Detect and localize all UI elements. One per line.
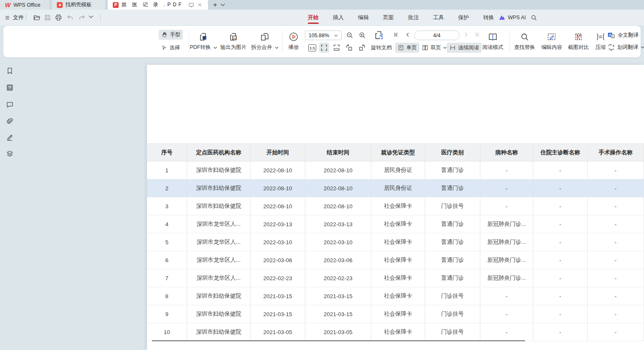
table-header-cell: 序号	[147, 143, 187, 161]
table-cell: -	[533, 269, 588, 287]
table-cell: 门诊挂号	[425, 305, 480, 323]
table-cell: 深圳市龙华区人...	[187, 233, 251, 251]
fit-page-button[interactable]	[332, 43, 342, 53]
divider	[510, 31, 510, 52]
redo-icon[interactable]	[78, 14, 86, 21]
table-cell: 居民身份证	[371, 179, 425, 197]
word-translate-button[interactable]: A文 划词翻译	[607, 43, 644, 51]
rotate-right-button[interactable]	[357, 43, 367, 53]
table-cell: 深圳市妇幼保健院	[187, 287, 251, 305]
single-page-icon	[398, 44, 404, 51]
fit-width-button[interactable]	[319, 43, 329, 53]
menu-edit[interactable]: 编辑	[357, 10, 370, 26]
screenshot-compare-button[interactable]: 截图对比	[565, 28, 591, 54]
full-translate-button[interactable]: A文 全文翻译	[607, 32, 639, 39]
divider	[26, 14, 26, 21]
tab-label: WPS Office	[13, 2, 40, 8]
find-replace-button[interactable]: 查找替换	[511, 28, 538, 54]
table-cell: 普通门诊	[425, 269, 480, 287]
rotate-doc-label[interactable]: 旋转文档	[371, 44, 392, 51]
tab-docer-templates[interactable]: 找稻壳模板	[52, 0, 105, 10]
menu-bar: 文件 开始 插入 编辑 页面 批注 工具 保护 转换	[0, 10, 644, 26]
thumbnails-panel-icon[interactable]	[6, 84, 14, 92]
bookmarks-panel-icon[interactable]	[6, 67, 14, 75]
tab-wps-office[interactable]: W WPS Office	[0, 0, 49, 10]
table-cell: -	[480, 305, 533, 323]
file-menu-button[interactable]: 文件	[4, 10, 24, 26]
hand-tool-label: 手型	[170, 31, 180, 38]
new-tab-group: +	[210, 0, 225, 10]
monitor-icon[interactable]	[188, 2, 194, 8]
page-indicator-input[interactable]: 4/4	[414, 31, 459, 40]
print-icon[interactable]	[55, 14, 62, 21]
continuous-read-icon	[449, 44, 456, 51]
double-page-button[interactable]: 双页	[419, 43, 449, 53]
menu-search-icon[interactable]	[530, 10, 538, 26]
zoom-value: 105.88%	[309, 33, 329, 38]
attachments-panel-icon[interactable]	[6, 117, 14, 125]
table-cell: -	[480, 323, 533, 341]
pdf-convert-button[interactable]: W PDF转换	[190, 28, 217, 54]
tab-label: 就 医 记 录 .PDF	[122, 1, 185, 8]
menu-home[interactable]: 开始	[307, 10, 319, 26]
compress-icon	[595, 32, 606, 42]
new-tab-button[interactable]: +	[213, 1, 217, 8]
hand-tool-button[interactable]: 手型	[159, 30, 183, 40]
table-cell: 2021-03-15	[305, 305, 371, 323]
screenshot-compare-icon	[573, 32, 583, 42]
quickbar-chevron-icon[interactable]	[89, 15, 96, 23]
table-cell: 2022-03-06	[251, 251, 305, 269]
rotate-pages-icon[interactable]	[373, 30, 385, 41]
close-tab-icon[interactable]	[197, 2, 203, 8]
tab-list-chevron-icon[interactable]	[221, 3, 225, 6]
table-cell: 社会保障卡	[371, 215, 425, 233]
pdf-page[interactable]: 序号定点医药机构名称开始时间结束时间就诊凭证类型医疗类别病种名称住院主诊断名称手…	[147, 65, 644, 350]
tab-document-active[interactable]: P 就 医 记 录 .PDF	[108, 0, 208, 10]
menu-insert[interactable]: 插入	[332, 10, 345, 26]
select-tool-button[interactable]: 选择	[159, 43, 183, 53]
undo-icon[interactable]	[66, 14, 74, 21]
first-page-icon[interactable]	[393, 31, 399, 38]
actual-size-button[interactable]: 1:1	[308, 44, 316, 51]
menu-protect[interactable]: 保护	[457, 10, 470, 26]
wps-ai-button[interactable]: WPS AI	[499, 10, 526, 26]
table-cell: 9	[147, 305, 187, 323]
save-icon[interactable]	[44, 14, 51, 21]
split-merge-button[interactable]: 拆分合并	[250, 28, 280, 54]
play-button[interactable]: 播放	[283, 28, 304, 54]
divider	[282, 31, 283, 52]
zoom-in-icon[interactable]	[358, 31, 366, 39]
comments-panel-icon[interactable]	[6, 101, 14, 109]
table-header-cell: 定点医药机构名称	[187, 143, 251, 161]
full-translate-label: 全文翻译	[618, 32, 639, 39]
screenshot-compare-label: 截图对比	[568, 44, 589, 51]
prev-page-icon[interactable]	[404, 31, 411, 38]
menu-tools[interactable]: 工具	[432, 10, 445, 26]
single-page-button[interactable]: 单页	[395, 43, 419, 53]
table-cell: 10	[147, 323, 187, 341]
edit-content-button[interactable]: 编辑内容	[539, 28, 565, 54]
layers-panel-icon[interactable]	[6, 150, 14, 158]
continuous-read-label: 连续阅读	[458, 44, 479, 51]
export-image-button[interactable]: 输出为图片	[218, 28, 249, 54]
menu-page[interactable]: 页面	[382, 10, 395, 26]
table-cell: 新冠肺炎门诊...	[480, 215, 533, 233]
open-file-icon[interactable]	[33, 14, 41, 21]
signature-panel-icon[interactable]	[6, 133, 14, 141]
rotate-left-button[interactable]	[344, 43, 354, 53]
table-cell: 新冠肺炎门诊...	[480, 233, 533, 251]
zoom-out-icon[interactable]	[346, 31, 354, 39]
table-cell: -	[480, 161, 533, 179]
menu-annotate[interactable]: 批注	[407, 10, 420, 26]
svg-text:文: 文	[611, 35, 614, 38]
menu-convert[interactable]: 转换	[482, 10, 495, 26]
table-cell: 社会保障卡	[371, 233, 425, 251]
pdf-convert-label: PDF转换	[190, 44, 211, 51]
table-cell: 5	[147, 233, 187, 251]
table-cell: 社会保障卡	[371, 269, 425, 287]
table-cell: 社会保障卡	[371, 323, 425, 341]
continuous-read-button[interactable]: 连续阅读	[447, 43, 482, 53]
next-page-icon[interactable]	[463, 31, 469, 38]
zoom-select[interactable]: 105.88%	[305, 31, 342, 40]
read-mode-button[interactable]: 阅读模式	[478, 28, 508, 54]
